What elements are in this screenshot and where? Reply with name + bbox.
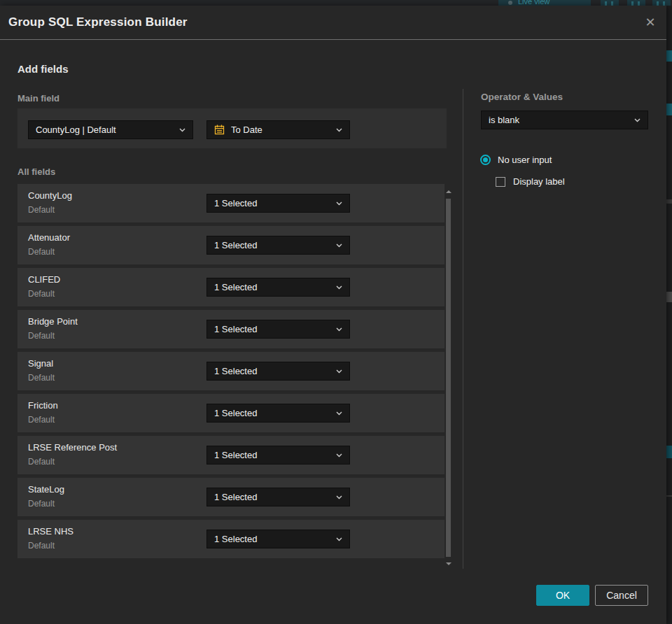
- field-select-value: 1 Selected: [214, 324, 330, 334]
- field-subtitle: Default: [28, 373, 55, 383]
- toolbar-button-fragment: [601, 0, 619, 6]
- no-user-input-radio[interactable]: No user input: [480, 155, 552, 165]
- field-subtitle: Default: [28, 541, 55, 551]
- field-subtitle: Default: [28, 289, 55, 299]
- field-select-value: 1 Selected: [214, 534, 330, 544]
- main-field-label: Main field: [18, 93, 59, 104]
- chevron-down-icon: [336, 369, 342, 374]
- live-dot-icon: [508, 1, 512, 5]
- all-fields-label: All fields: [18, 166, 55, 177]
- list-scrollbar[interactable]: [445, 186, 452, 568]
- chevron-down-icon: [336, 128, 342, 132]
- field-subtitle: Default: [28, 415, 55, 425]
- field-select-value: 1 Selected: [214, 450, 330, 460]
- field-select-value: 1 Selected: [214, 492, 330, 502]
- live-view-chip: Live view: [498, 0, 591, 6]
- screen: Live view Group SQL Expression Builder ✕…: [0, 0, 672, 624]
- field-row: Signal Default 1 Selected: [18, 352, 444, 390]
- toolbar-button-fragment: [652, 0, 671, 6]
- scroll-down-icon[interactable]: [446, 562, 451, 565]
- live-view-label: Live view: [518, 0, 550, 6]
- operator-values-heading: Operator & Values: [481, 92, 563, 102]
- field-select-value: 1 Selected: [214, 240, 330, 250]
- chevron-down-icon: [336, 537, 342, 541]
- field-select-value: 1 Selected: [214, 282, 330, 292]
- field-subtitle: Default: [28, 247, 55, 257]
- chevron-down-icon: [336, 243, 342, 248]
- chevron-down-icon: [336, 327, 342, 332]
- display-label-checkbox[interactable]: Display label: [496, 176, 565, 187]
- field-name: Signal: [28, 358, 53, 369]
- background-app-topbar: Live view: [0, 0, 672, 6]
- field-name: CountyLog: [28, 190, 72, 201]
- chevron-down-icon: [336, 411, 342, 416]
- field-name: StateLog: [28, 484, 64, 495]
- field-select-value: 1 Selected: [214, 366, 330, 376]
- toolbar-button-fragment: [627, 0, 645, 6]
- no-user-input-label: No user input: [498, 155, 552, 165]
- operator-select[interactable]: is blank: [481, 111, 648, 129]
- add-fields-heading: Add fields: [18, 63, 69, 75]
- field-value-select[interactable]: 1 Selected: [206, 236, 350, 255]
- field-row: Bridge Point Default 1 Selected: [18, 310, 444, 348]
- panel-divider: [463, 89, 463, 569]
- field-select-value: 1 Selected: [214, 408, 330, 418]
- field-name: CLIFED: [28, 274, 60, 285]
- main-field-container: CountyLog | Default To Date: [18, 108, 447, 148]
- field-row: LRSE NHS Default 1 Selected: [18, 520, 444, 558]
- field-row: StateLog Default 1 Selected: [18, 478, 444, 516]
- field-subtitle: Default: [28, 205, 55, 215]
- display-label-text: Display label: [513, 176, 565, 187]
- field-row: CLIFED Default 1 Selected: [18, 268, 444, 306]
- field-value-select[interactable]: 1 Selected: [206, 404, 350, 423]
- background-app-panel-edge: [666, 6, 672, 624]
- chevron-down-icon: [336, 453, 342, 458]
- field-subtitle: Default: [28, 331, 55, 341]
- field-value-select[interactable]: 1 Selected: [206, 320, 350, 339]
- field-subtitle: Default: [28, 457, 55, 467]
- field-row: Friction Default 1 Selected: [18, 394, 444, 432]
- all-fields-list: CountyLog Default 1 Selected Attenuator …: [18, 184, 444, 562]
- field-row: LRSE Reference Post Default 1 Selected: [18, 436, 444, 474]
- checkbox-unchecked-icon: [496, 177, 505, 187]
- field-value-select[interactable]: 1 Selected: [206, 194, 350, 213]
- cancel-button[interactable]: Cancel: [595, 585, 648, 606]
- field-row: Attenuator Default 1 Selected: [18, 226, 444, 264]
- ok-button[interactable]: OK: [536, 585, 589, 606]
- main-field-select[interactable]: CountyLog | Default: [28, 120, 193, 139]
- chevron-down-icon: [634, 118, 640, 122]
- field-value-select[interactable]: 1 Selected: [206, 446, 350, 465]
- field-value-select[interactable]: 1 Selected: [206, 488, 350, 506]
- radio-selected-icon: [480, 155, 491, 165]
- calendar-icon: [214, 125, 225, 135]
- field-name: Bridge Point: [28, 316, 78, 327]
- operator-select-value: is blank: [489, 115, 629, 125]
- dialog-title: Group SQL Expression Builder: [8, 6, 188, 39]
- date-field-select-value: To Date: [231, 125, 330, 135]
- field-name: LRSE Reference Post: [28, 442, 117, 453]
- date-field-select[interactable]: To Date: [206, 120, 350, 139]
- chevron-down-icon: [336, 495, 342, 499]
- title-divider: [0, 39, 666, 40]
- dialog-title-bar: Group SQL Expression Builder ✕: [0, 6, 666, 39]
- field-value-select[interactable]: 1 Selected: [206, 362, 350, 381]
- field-select-value: 1 Selected: [214, 198, 330, 208]
- field-name: LRSE NHS: [28, 526, 74, 537]
- field-name: Attenuator: [28, 232, 70, 243]
- main-field-select-value: CountyLog | Default: [36, 125, 174, 135]
- group-sql-expression-builder-dialog: Group SQL Expression Builder ✕ Add field…: [0, 6, 666, 624]
- field-value-select[interactable]: 1 Selected: [206, 530, 350, 548]
- field-name: Friction: [28, 400, 58, 411]
- field-subtitle: Default: [28, 499, 55, 509]
- chevron-down-icon: [179, 128, 186, 132]
- field-value-select[interactable]: 1 Selected: [206, 278, 350, 297]
- chevron-down-icon: [336, 285, 342, 290]
- field-row: CountyLog Default 1 Selected: [18, 184, 444, 222]
- close-icon[interactable]: ✕: [643, 15, 658, 30]
- scroll-up-icon[interactable]: [446, 190, 451, 193]
- scrollbar-thumb[interactable]: [446, 199, 451, 557]
- chevron-down-icon: [336, 201, 342, 206]
